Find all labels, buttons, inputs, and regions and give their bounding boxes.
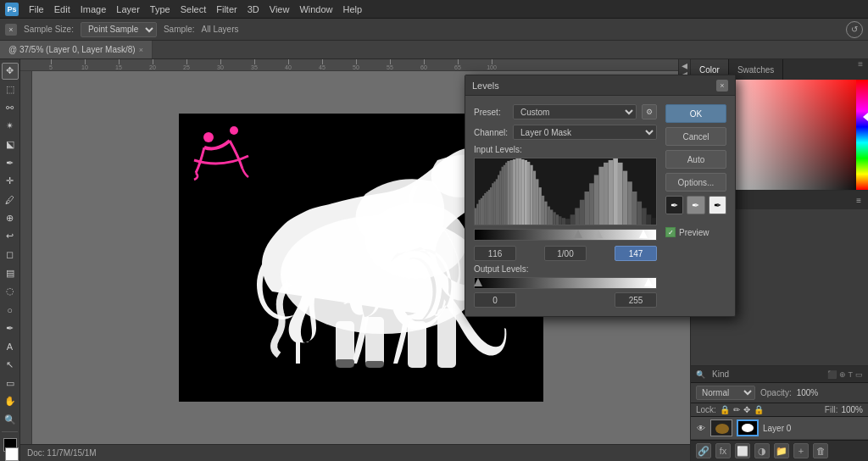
color-hue-slider[interactable] [856, 80, 868, 190]
layer-mask-btn[interactable]: ⬜ [735, 443, 750, 458]
tool-path-select[interactable]: ↖ [2, 357, 19, 374]
input-white-value[interactable] [615, 246, 657, 261]
tool-healing[interactable]: ✛ [2, 173, 19, 190]
lock-transparent-btn[interactable]: 🔒 [720, 405, 730, 414]
gray-eyedropper[interactable]: ✒ [687, 196, 704, 214]
tool-magic-wand[interactable]: ✴ [2, 118, 19, 135]
tool-marquee[interactable]: ⬚ [2, 81, 19, 98]
tools-panel: ✥ ⬚ ⚯ ✴ ⬕ ✒ ✛ 🖊 ⊕ ↩ ◻ ▤ ◌ ○ ✒ A ↖ ▭ ✋ 🔍 [0, 59, 20, 461]
sample-size-select[interactable]: Point Sample [81, 22, 157, 37]
sample-size-label: Sample Size: [24, 25, 74, 34]
lock-all-btn[interactable]: 🔒 [754, 405, 764, 414]
menu-window[interactable]: Window [299, 4, 332, 14]
document-tab[interactable]: @ 37/5% (Layer 0, Layer Mask/8) × [0, 41, 153, 58]
tool-crop[interactable]: ⬕ [2, 136, 19, 153]
output-low-value[interactable] [474, 292, 516, 308]
auto-button[interactable]: Auto [665, 150, 726, 169]
cancel-button[interactable]: Cancel [665, 127, 726, 146]
tool-text[interactable]: A [2, 338, 19, 355]
svg-rect-55 [580, 200, 585, 225]
menu-image[interactable]: Image [81, 4, 107, 14]
tool-history-brush[interactable]: ↩ [2, 228, 19, 245]
lock-brush-btn[interactable]: ✏ [733, 405, 740, 414]
channel-select[interactable]: Layer 0 Mask [513, 125, 657, 140]
menu-file[interactable]: File [29, 4, 44, 14]
filter-text-icon[interactable]: T [849, 370, 854, 379]
svg-rect-67 [637, 202, 642, 225]
preset-select[interactable]: Custom [513, 104, 637, 119]
background-color[interactable] [5, 447, 19, 461]
tool-blur[interactable]: ◌ [2, 283, 19, 300]
output-white-point[interactable] [644, 278, 653, 286]
svg-rect-70 [651, 218, 656, 225]
svg-rect-66 [632, 192, 637, 225]
menu-select[interactable]: Select [181, 4, 207, 14]
preset-settings-btn[interactable]: ⚙ [642, 104, 657, 119]
menu-layer[interactable]: Layer [116, 4, 140, 14]
fill-label: Fill: [825, 405, 838, 414]
layer-new-btn[interactable]: + [793, 443, 809, 458]
menu-help[interactable]: Help [343, 4, 363, 14]
preview-checkbox[interactable]: ✓ [665, 227, 676, 237]
blend-mode-select[interactable]: Normal [696, 386, 755, 400]
tool-clone[interactable]: ⊕ [2, 209, 19, 226]
output-levels-slider[interactable] [474, 277, 657, 289]
layer-delete-btn[interactable]: 🗑 [813, 443, 828, 458]
dialog-close-btn[interactable]: × [716, 80, 728, 92]
ruler-ticks: 5 10 15 20 25 30 35 40 45 50 55 60 65 10… [32, 59, 509, 70]
layer-link-btn[interactable]: 🔗 [696, 443, 711, 458]
lock-position-btn[interactable]: ✥ [743, 405, 750, 414]
input-mid-value[interactable] [544, 246, 587, 261]
menu-3d[interactable]: 3D [248, 4, 259, 14]
tool-zoom[interactable]: 🔍 [2, 412, 19, 429]
menu-view[interactable]: View [270, 4, 290, 14]
tool-lasso[interactable]: ⚯ [2, 99, 19, 116]
panel-menu-btn[interactable]: ≡ [853, 59, 868, 80]
layer-group-btn[interactable]: 📁 [774, 443, 789, 458]
preset-row: Preset: Custom ⚙ [474, 104, 657, 119]
output-high-value[interactable] [615, 292, 657, 308]
input-levels-slider[interactable] [474, 229, 657, 241]
svg-rect-52 [565, 219, 570, 225]
opacity-value: 100% [797, 388, 819, 397]
levels-dialog[interactable]: Levels × Preset: Custom ⚙ Channel: Layer [465, 75, 736, 317]
tool-eraser[interactable]: ◻ [2, 247, 19, 264]
svg-rect-6 [408, 321, 426, 368]
tab-swatches[interactable]: Swatches [729, 59, 783, 80]
styles-menu[interactable]: ≡ [856, 196, 861, 205]
histogram [474, 158, 657, 225]
options-close[interactable]: × [5, 24, 17, 36]
input-midpoint[interactable] [594, 230, 603, 238]
white-eyedropper[interactable]: ✒ [709, 196, 726, 214]
svg-rect-69 [647, 214, 652, 225]
tool-hand[interactable]: ✋ [2, 393, 19, 410]
tool-brush[interactable]: 🖊 [2, 192, 19, 208]
options-button[interactable]: Options... [665, 173, 726, 192]
reset-button[interactable]: ↺ [846, 21, 863, 38]
tool-dodge[interactable]: ○ [2, 302, 19, 319]
menu-edit[interactable]: Edit [54, 4, 70, 14]
layer-adj-btn[interactable]: ◑ [754, 443, 770, 458]
svg-rect-59 [598, 167, 604, 225]
tool-move[interactable]: ✥ [2, 63, 19, 80]
tool-eyedropper[interactable]: ✒ [2, 154, 19, 171]
output-black-point[interactable] [474, 278, 482, 286]
tool-shape[interactable]: ▭ [2, 375, 19, 392]
input-black-value[interactable] [474, 246, 516, 261]
input-black-point[interactable] [574, 230, 582, 238]
filter-pixel-icon[interactable]: ⬛ [827, 370, 837, 379]
tab-close-btn[interactable]: × [139, 46, 143, 54]
ok-button[interactable]: OK [665, 104, 726, 123]
menu-filter[interactable]: Filter [216, 4, 236, 14]
sample-label: Sample: [164, 25, 195, 34]
layer-fx-btn[interactable]: fx [715, 443, 731, 458]
input-white-point[interactable] [639, 230, 648, 238]
black-eyedropper[interactable]: ✒ [665, 196, 683, 214]
menu-type[interactable]: Type [150, 4, 170, 14]
tool-gradient[interactable]: ▤ [2, 264, 19, 281]
filter-adj-icon[interactable]: ⊕ [839, 370, 846, 379]
filter-shape-icon[interactable]: ▭ [855, 370, 863, 379]
layer-visibility-btn[interactable]: 👁 [696, 423, 706, 433]
tool-pen[interactable]: ✒ [2, 319, 19, 336]
layer-row[interactable]: 👁 Layer 0 [691, 417, 868, 440]
